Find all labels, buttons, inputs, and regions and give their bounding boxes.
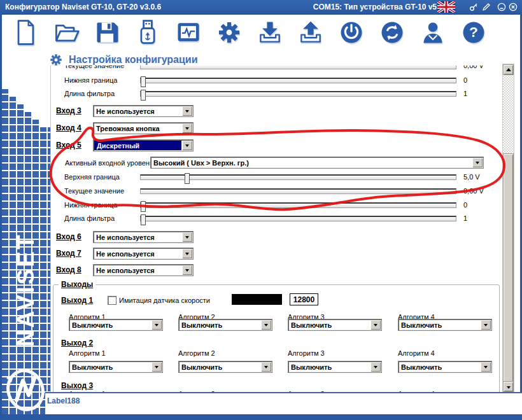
filter-length2-slider[interactable] <box>140 216 456 221</box>
input3-select[interactable]: Не используется <box>93 105 194 117</box>
close-icon[interactable] <box>509 3 518 11</box>
scroll-down-button[interactable] <box>503 381 514 392</box>
input4-select[interactable]: Тревожная кнопка <box>93 122 194 134</box>
open-file-icon[interactable] <box>52 18 80 46</box>
dropdown-arrow-icon[interactable] <box>152 320 162 330</box>
settings-gear-icon[interactable] <box>215 18 243 46</box>
upper-limit-value: 5,0 V <box>463 173 480 181</box>
new-document-icon[interactable] <box>11 18 39 46</box>
slider-thumb[interactable] <box>141 214 146 225</box>
uk-flag-icon[interactable] <box>437 1 455 13</box>
svg-text:?: ? <box>469 24 478 40</box>
lower-limit2-slider[interactable] <box>140 202 456 208</box>
slider-thumb[interactable] <box>141 76 146 87</box>
algorithm-value: Выключить <box>179 319 260 330</box>
lower-limit2-value: 0 <box>463 201 467 209</box>
vertical-scrollbar[interactable] <box>502 64 514 393</box>
user-icon[interactable] <box>419 18 447 46</box>
download-config-icon[interactable] <box>256 18 284 46</box>
brand-name: NAVISET <box>2 210 50 370</box>
input6-label: Вход 6 <box>56 232 81 241</box>
speed-sensor-checkbox-label: Имитация датчика скорости <box>119 297 210 304</box>
filter-length2-value: 1 <box>463 214 467 222</box>
input4-value: Тревожная кнопка <box>94 123 181 134</box>
input8-select[interactable]: Не используется <box>93 264 194 276</box>
algorithm-value: Выключить <box>399 361 480 372</box>
output2-algorithm2-select[interactable]: Выключить <box>178 361 272 373</box>
outputs-legend: Выходы <box>59 280 95 289</box>
upper-limit-slider[interactable] <box>140 174 456 180</box>
cut-row-slider[interactable] <box>140 66 456 69</box>
slider-thumb[interactable] <box>141 90 146 101</box>
input6-select[interactable]: Не используется <box>93 231 194 243</box>
speed-sensor-checkbox[interactable] <box>108 296 116 305</box>
window-bottom-border <box>0 414 522 420</box>
output1-algorithm1-select[interactable]: Выключить <box>69 319 163 331</box>
input7-label: Вход 7 <box>56 249 81 258</box>
dropdown-arrow-icon[interactable] <box>370 320 381 330</box>
output1-algorithm3-select[interactable]: Выключить <box>288 319 382 331</box>
output2-algorithm4-select[interactable]: Выключить <box>398 361 492 373</box>
usb-device-icon[interactable] <box>134 18 162 46</box>
titlebar: Конфигуратор Naviset GT-10, GT-20 v3.0.6… <box>0 0 522 15</box>
minimize-icon[interactable] <box>497 3 506 11</box>
naviset-logo <box>0 364 52 416</box>
dropdown-arrow-icon[interactable] <box>261 320 271 330</box>
output1-algorithm4-select[interactable]: Выключить <box>398 319 492 331</box>
dropdown-arrow-icon[interactable] <box>182 106 192 116</box>
input3-value: Не используется <box>94 106 181 116</box>
filter-length-slider[interactable] <box>140 91 456 97</box>
power-icon[interactable] <box>337 18 365 46</box>
toolbar: ? <box>0 15 522 54</box>
input6-value: Не используется <box>94 232 181 242</box>
outputs-groupbox: Выходы Выход 1 Имитация датчика скорости… <box>53 284 500 392</box>
scrollbar-thumb[interactable] <box>503 153 514 382</box>
slider-thumb[interactable] <box>141 201 146 212</box>
input7-select[interactable]: Не используется <box>93 248 194 260</box>
application-window: Конфигуратор Naviset GT-10, GT-20 v3.0.6… <box>0 0 522 420</box>
dropdown-arrow-icon[interactable] <box>182 141 192 150</box>
active-level-value: Высокий ( Uвх > Верхн. гр.) <box>151 157 472 168</box>
diagnostics-monitor-icon[interactable] <box>174 18 202 46</box>
window-title: Конфигуратор Naviset GT-10, GT-20 v3.0.6 <box>5 3 161 11</box>
input8-label: Вход 8 <box>56 265 81 274</box>
pencil-icon[interactable] <box>482 3 491 11</box>
output2-label: Выход 2 <box>61 339 93 347</box>
scroll-up-button[interactable] <box>503 64 514 75</box>
algorithm-value: Выключить <box>69 319 151 330</box>
key-icon[interactable] <box>469 3 478 11</box>
dropdown-arrow-icon[interactable] <box>472 158 483 167</box>
dropdown-arrow-icon[interactable] <box>182 123 192 133</box>
refresh-icon[interactable] <box>378 18 406 46</box>
active-level-label: Активный входной уровень <box>65 159 153 167</box>
device-status: COM15: Тип устройства GT-10 v5 <box>313 3 437 11</box>
input5-select[interactable]: Дискретный <box>93 139 194 151</box>
lower-limit-slider[interactable] <box>140 78 456 83</box>
output1-label: Выход 1 <box>61 296 93 305</box>
dropdown-arrow-icon[interactable] <box>182 232 192 242</box>
statusbar: Label188 <box>45 392 522 414</box>
input4-label: Вход 4 <box>56 123 81 132</box>
active-level-select[interactable]: Высокий ( Uвх > Верхн. гр.) <box>150 157 484 169</box>
output1-algorithm2-select[interactable]: Выключить <box>178 319 272 331</box>
dropdown-arrow-icon[interactable] <box>182 265 192 275</box>
save-icon[interactable] <box>93 18 121 46</box>
dropdown-arrow-icon[interactable] <box>481 362 491 372</box>
dropdown-arrow-icon[interactable] <box>370 362 381 372</box>
upload-config-icon[interactable] <box>297 18 325 46</box>
speed-value-field[interactable]: 12800 <box>290 293 318 305</box>
input5-value: Дискретный <box>94 141 181 150</box>
filter-length-value: 1 <box>463 90 467 97</box>
lower-limit-value: 0 <box>463 76 467 84</box>
dropdown-arrow-icon[interactable] <box>152 362 162 372</box>
dropdown-arrow-icon[interactable] <box>182 249 192 258</box>
filter-length2-label: Длина фильтра <box>64 214 115 222</box>
slider-thumb[interactable] <box>185 173 190 184</box>
dropdown-arrow-icon[interactable] <box>481 320 491 330</box>
current-value-value: 0,00 V <box>463 187 484 195</box>
output2-algorithm1-select[interactable]: Выключить <box>69 361 163 373</box>
output2-algorithm3-select[interactable]: Выключить <box>288 361 382 373</box>
help-icon[interactable]: ? <box>460 18 488 46</box>
dropdown-arrow-icon[interactable] <box>261 362 271 372</box>
output3-label: Выход 3 <box>61 381 93 390</box>
